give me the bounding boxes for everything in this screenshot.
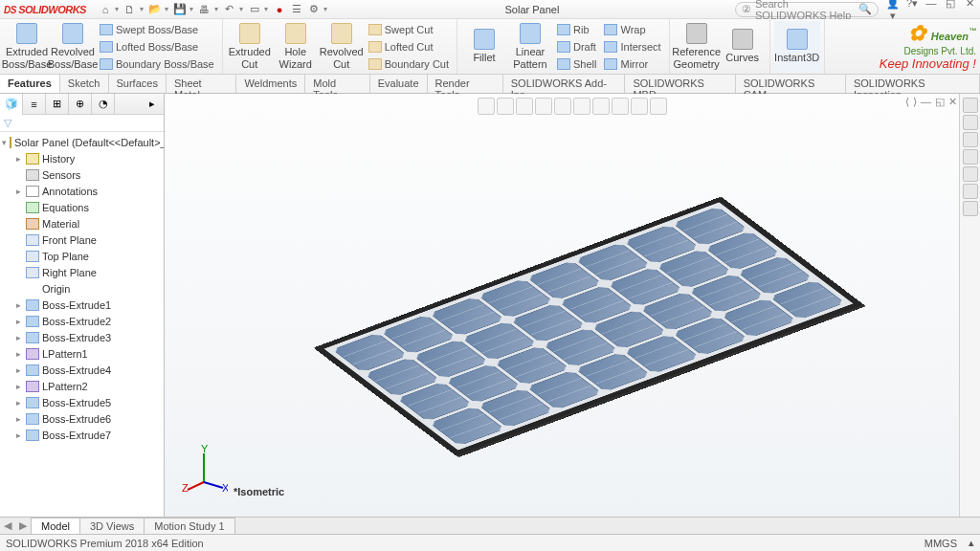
tree-item[interactable]: Equations xyxy=(0,199,164,215)
select-icon[interactable]: ▭ xyxy=(247,2,262,17)
mdi-next-icon[interactable]: ⟩ xyxy=(913,96,917,108)
tree-item[interactable]: Sensors xyxy=(0,166,164,183)
fm-tab-dim-icon[interactable]: ⊕ xyxy=(69,94,92,115)
tab-scroll-right-icon[interactable]: ▶ xyxy=(15,519,31,532)
print-icon[interactable]: 🖶 xyxy=(197,2,212,17)
curves-button[interactable]: Curves xyxy=(720,21,766,73)
help-search-input[interactable]: ②Search SOLIDWORKS Help🔍 xyxy=(735,2,879,17)
tree-item[interactable]: ▸LPattern2 xyxy=(0,378,164,394)
taskpane-appear-icon[interactable] xyxy=(963,166,978,182)
settings-icon[interactable]: ⚙ xyxy=(306,2,322,17)
new-icon[interactable]: 🗋 xyxy=(122,2,138,17)
hide-show-icon[interactable] xyxy=(592,98,610,115)
view-orient-icon[interactable] xyxy=(554,98,571,115)
tree-item[interactable]: ▸Boss-Extrude7 xyxy=(0,427,164,443)
fm-tab-more-icon[interactable]: ▸ xyxy=(141,94,164,115)
fm-tab-property-icon[interactable]: ≡ xyxy=(23,94,46,115)
display-style-icon[interactable] xyxy=(573,98,590,115)
fm-tab-tree-icon[interactable]: 🧊 xyxy=(0,94,23,115)
tab-scroll-left-icon[interactable]: ◀ xyxy=(0,519,15,532)
taskpane-forum-icon[interactable] xyxy=(963,201,978,216)
lofted-boss-button[interactable]: Lofted Boss/Base xyxy=(98,38,216,55)
tab-3d-views[interactable]: 3D Views xyxy=(79,518,145,534)
tree-item[interactable]: Origin xyxy=(0,280,164,297)
mirror-button[interactable]: Mirror xyxy=(602,55,662,72)
tree-item[interactable]: ▸Boss-Extrude2 xyxy=(0,313,164,329)
tab-sw-inspection[interactable]: SOLIDWORKS Inspection xyxy=(846,75,980,93)
scene-icon[interactable] xyxy=(631,98,648,115)
extruded-cut-button[interactable]: Extruded Cut xyxy=(227,21,273,73)
boundary-boss-button[interactable]: Boundary Boss/Base xyxy=(98,55,216,72)
rebuild-icon[interactable]: ● xyxy=(272,2,287,17)
tab-weldments[interactable]: Weldments xyxy=(236,75,305,93)
zoom-fit-icon[interactable] xyxy=(478,98,495,115)
prev-view-icon[interactable] xyxy=(516,98,533,115)
wrap-button[interactable]: Wrap xyxy=(602,21,662,37)
taskpane-explorer-icon[interactable] xyxy=(963,132,978,147)
appearance-icon[interactable] xyxy=(612,98,629,115)
tab-mold-tools[interactable]: Mold Tools xyxy=(305,75,369,93)
instant3d-button[interactable]: Instant3D xyxy=(774,21,820,73)
tree-item[interactable]: Right Plane xyxy=(0,264,164,280)
hole-wizard-button[interactable]: Hole Wizard xyxy=(273,21,319,73)
draft-button[interactable]: Draft xyxy=(555,38,598,55)
intersect-button[interactable]: Intersect xyxy=(602,38,662,55)
tree-root[interactable]: ▾Solar Panel (Default<<Default>_Displ xyxy=(0,134,164,150)
taskpane-lib-icon[interactable] xyxy=(963,115,978,130)
tab-evaluate[interactable]: Evaluate xyxy=(370,75,428,93)
swept-boss-button[interactable]: Swept Boss/Base xyxy=(98,21,216,37)
orientation-triad[interactable]: Y Z X xyxy=(180,444,228,492)
section-view-icon[interactable] xyxy=(535,98,552,115)
mdi-close-icon[interactable]: ✕ xyxy=(948,96,957,108)
tree-item[interactable]: ▸History xyxy=(0,150,164,166)
tree-item[interactable]: ▸LPattern1 xyxy=(0,345,164,362)
mdi-prev-icon[interactable]: ⟨ xyxy=(905,96,909,108)
fm-filter-icon[interactable]: ▽ xyxy=(0,115,164,132)
tree-item[interactable]: ▸Boss-Extrude4 xyxy=(0,362,164,378)
lofted-cut-button[interactable]: Lofted Cut xyxy=(367,38,451,55)
status-expand-icon[interactable]: ▴ xyxy=(969,537,974,549)
taskpane-home-icon[interactable] xyxy=(963,98,978,113)
home-icon[interactable]: ⌂ xyxy=(98,2,113,17)
tree-item[interactable]: ▸Boss-Extrude6 xyxy=(0,410,164,427)
mdi-max-icon[interactable]: ◱ xyxy=(935,96,945,108)
tab-sketch[interactable]: Sketch xyxy=(60,75,109,93)
tree-item[interactable]: Material xyxy=(0,215,164,231)
tab-features[interactable]: Features xyxy=(0,75,60,93)
taskpane-view-icon[interactable] xyxy=(963,149,978,165)
tab-sheet-metal[interactable]: Sheet Metal xyxy=(167,75,237,93)
tab-model[interactable]: Model xyxy=(31,518,80,534)
taskpane-prop-icon[interactable] xyxy=(963,184,978,199)
revolved-boss-button[interactable]: Revolved Boss/Base xyxy=(50,21,96,73)
tab-sw-mbd[interactable]: SOLIDWORKS MBD xyxy=(625,75,735,93)
extruded-boss-button[interactable]: Extruded Boss/Base xyxy=(4,21,50,73)
reference-geometry-button[interactable]: Reference Geometry xyxy=(674,21,720,73)
rib-button[interactable]: Rib xyxy=(555,21,598,37)
tab-sw-cam[interactable]: SOLIDWORKS CAM xyxy=(736,75,846,93)
tab-surfaces[interactable]: Surfaces xyxy=(109,75,167,93)
status-units[interactable]: MMGS xyxy=(924,538,957,549)
fillet-button[interactable]: Fillet xyxy=(461,21,507,73)
options-icon[interactable]: ☰ xyxy=(289,2,304,17)
tree-item[interactable]: Top Plane xyxy=(0,248,164,264)
boundary-cut-button[interactable]: Boundary Cut xyxy=(367,55,451,72)
tab-render-tools[interactable]: Render Tools xyxy=(428,75,503,93)
view-settings-icon[interactable] xyxy=(650,98,667,115)
tree-item[interactable]: Front Plane xyxy=(0,231,164,248)
open-icon[interactable]: 📂 xyxy=(147,2,163,17)
save-icon[interactable]: 💾 xyxy=(172,2,188,17)
graphics-viewport[interactable]: ⟨ ⟩ ― ◱ ✕ Y Z X *Isome xyxy=(165,94,980,517)
fm-tab-display-icon[interactable]: ◔ xyxy=(92,94,115,115)
solar-panel-model[interactable] xyxy=(313,197,863,456)
undo-icon[interactable]: ↶ xyxy=(222,2,237,17)
tree-item[interactable]: ▸Boss-Extrude1 xyxy=(0,297,164,313)
tree-item[interactable]: ▸Boss-Extrude5 xyxy=(0,394,164,410)
revolved-cut-button[interactable]: Revolved Cut xyxy=(319,21,365,73)
tree-item[interactable]: ▸Boss-Extrude3 xyxy=(0,329,164,345)
tab-sw-addins[interactable]: SOLIDWORKS Add-Ins xyxy=(503,75,626,93)
tab-motion-study[interactable]: Motion Study 1 xyxy=(144,518,234,534)
linear-pattern-button[interactable]: Linear Pattern xyxy=(507,21,553,73)
tree-item[interactable]: ▸Annotations xyxy=(0,183,164,199)
swept-cut-button[interactable]: Swept Cut xyxy=(367,21,451,37)
shell-button[interactable]: Shell xyxy=(555,55,598,72)
